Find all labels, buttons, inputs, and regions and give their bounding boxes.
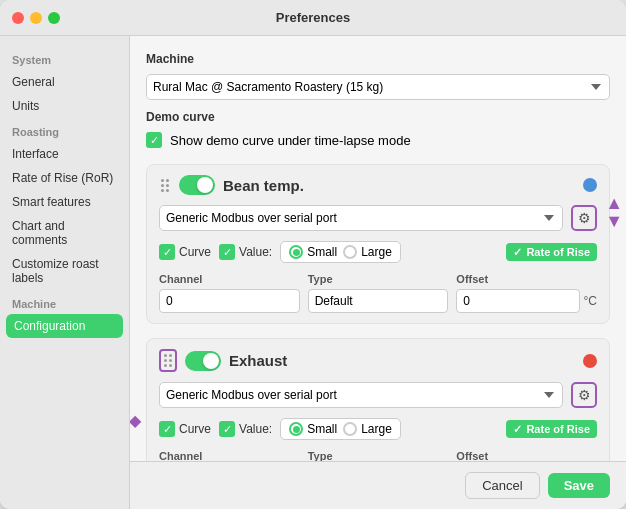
sidebar-item-general[interactable]: General [0, 70, 129, 94]
footer: Cancel Save [130, 461, 626, 509]
bean-temp-toggle[interactable] [179, 175, 215, 195]
preferences-window: Preferences System General Units Roastin… [0, 0, 626, 509]
sidebar-item-units[interactable]: Units [0, 94, 129, 118]
type-label: Type [308, 273, 449, 285]
bean-temp-channel-select[interactable]: 0 [159, 289, 300, 313]
bean-temp-curve-checkbox-label: ✓ Curve [159, 244, 211, 260]
exhaust-toggle[interactable] [185, 351, 221, 371]
value-label: Value: [239, 245, 272, 259]
value-label: Value: [239, 422, 272, 436]
sidebar-item-smart-features[interactable]: Smart features [0, 190, 129, 214]
curve-label: Curve [179, 422, 211, 436]
exhaust-gear-button[interactable]: ⚙ [571, 382, 597, 408]
toggle-knob [197, 177, 213, 193]
bean-temp-value-checkbox-label: ✓ Value: [219, 244, 272, 260]
checkmark-icon: ✓ [150, 135, 159, 146]
bean-temp-curve-checkbox[interactable]: ✓ [159, 244, 175, 260]
exhaust-sensor-block: ◆ [146, 338, 610, 461]
demo-curve-checkbox[interactable]: ✓ [146, 132, 162, 148]
exhaust-type-col: Type ▾ [308, 450, 449, 461]
bean-temp-header: Bean temp. [159, 175, 597, 195]
machine-select-row: Rural Mac @ Sacramento Roastery (15 kg) [146, 74, 610, 100]
demo-curve-section: Demo curve ✓ Show demo curve under time-… [146, 110, 610, 148]
drag-dot [164, 354, 167, 357]
large-radio-icon[interactable] [343, 422, 357, 436]
drag-dot [166, 189, 169, 192]
scroll-up-arrow-icon: ▲ [605, 193, 623, 214]
machine-select[interactable]: Rural Mac @ Sacramento Roastery (15 kg) [146, 74, 610, 100]
bean-temp-gear-button[interactable]: ⚙ [571, 205, 597, 231]
sidebar-item-rate-of-rise[interactable]: Rate of Rise (RoR) [0, 166, 129, 190]
type-label: Type [308, 450, 449, 461]
exhaust-large-option[interactable]: Large [343, 422, 392, 436]
demo-curve-label: Show demo curve under time-lapse mode [170, 133, 411, 148]
system-section-label: System [0, 46, 129, 70]
channel-label: Channel [159, 450, 300, 461]
cancel-button[interactable]: Cancel [465, 472, 539, 499]
exhaust-ror-label: Rate of Rise [526, 423, 590, 435]
drag-indicator-icon: ◆ [130, 410, 141, 429]
bean-temp-size-radio-group: Small Large [280, 241, 401, 263]
large-radio-icon[interactable] [343, 245, 357, 259]
bean-temp-ror-label: Rate of Rise [526, 246, 590, 258]
scroll-down-arrow-icon: ▼ [605, 211, 623, 232]
sidebar-item-configuration[interactable]: Configuration [6, 314, 123, 338]
checkmark-icon: ✓ [223, 247, 232, 258]
drag-dot [166, 184, 169, 187]
exhaust-small-option[interactable]: Small [289, 422, 337, 436]
offset-label: Offset [456, 450, 597, 461]
drag-dot [164, 364, 167, 367]
exhaust-curve-checkbox-label: ✓ Curve [159, 421, 211, 437]
bean-temp-offset-input[interactable] [456, 289, 579, 313]
drag-dot [169, 354, 172, 357]
small-radio-icon[interactable] [289, 422, 303, 436]
checkmark-icon: ✓ [163, 424, 172, 435]
bean-temp-channel-col: Channel 0 [159, 273, 300, 313]
bean-temp-type-col: Type Default [308, 273, 449, 313]
large-label: Large [361, 245, 392, 259]
close-button[interactable] [12, 12, 24, 24]
main-content: Machine Rural Mac @ Sacramento Roastery … [130, 36, 626, 509]
sidebar: System General Units Roasting Interface … [0, 36, 130, 509]
bean-temp-port-select[interactable]: Generic Modbus over serial port [159, 205, 563, 231]
small-radio-icon[interactable] [289, 245, 303, 259]
bean-temp-drag-handle[interactable] [159, 177, 171, 194]
machine-section-title: Machine [146, 52, 610, 66]
bean-temp-sensor-block: ▲ ▼ [146, 164, 610, 324]
toggle-knob [203, 353, 219, 369]
minimize-button[interactable] [30, 12, 42, 24]
save-button[interactable]: Save [548, 473, 610, 498]
exhaust-rate-of-rise-badge[interactable]: ✓ Rate of Rise [506, 420, 597, 438]
ror-checkmark-icon: ✓ [513, 247, 522, 258]
exhaust-color-dot [583, 354, 597, 368]
bean-temp-large-option[interactable]: Large [343, 245, 392, 259]
bean-temp-value-checkbox[interactable]: ✓ [219, 244, 235, 260]
exhaust-value-checkbox[interactable]: ✓ [219, 421, 235, 437]
ror-checkmark-icon: ✓ [513, 424, 522, 435]
small-label: Small [307, 245, 337, 259]
main-scroll-area[interactable]: Machine Rural Mac @ Sacramento Roastery … [130, 36, 626, 461]
exhaust-port-select[interactable]: Generic Modbus over serial port [159, 382, 563, 408]
machine-section-label: Machine [0, 290, 129, 314]
maximize-button[interactable] [48, 12, 60, 24]
window-title: Preferences [276, 10, 350, 25]
exhaust-drag-handle[interactable] [159, 349, 177, 372]
exhaust-size-radio-group: Small Large [280, 418, 401, 440]
exhaust-curve-checkbox[interactable]: ✓ [159, 421, 175, 437]
exhaust-channel-col: Channel ▾ [159, 450, 300, 461]
bean-temp-small-option[interactable]: Small [289, 245, 337, 259]
demo-curve-title: Demo curve [146, 110, 610, 124]
channel-label: Channel [159, 273, 300, 285]
exhaust-port-row: Generic Modbus over serial port ⚙ [159, 382, 597, 408]
bean-temp-rate-of-rise-badge[interactable]: ✓ Rate of Rise [506, 243, 597, 261]
sidebar-item-interface[interactable]: Interface [0, 142, 129, 166]
drag-dot [169, 359, 172, 362]
drag-dot [166, 179, 169, 182]
sidebar-item-customize-labels[interactable]: Customize roast labels [0, 252, 129, 290]
checkmark-icon: ✓ [163, 247, 172, 258]
bean-temp-type-select[interactable]: Default [308, 289, 449, 313]
bean-temp-offset-row: °C [456, 289, 597, 313]
bean-temp-offset-col: Offset °C [456, 273, 597, 313]
sidebar-item-chart-comments[interactable]: Chart and comments [0, 214, 129, 252]
drag-dot [161, 179, 164, 182]
